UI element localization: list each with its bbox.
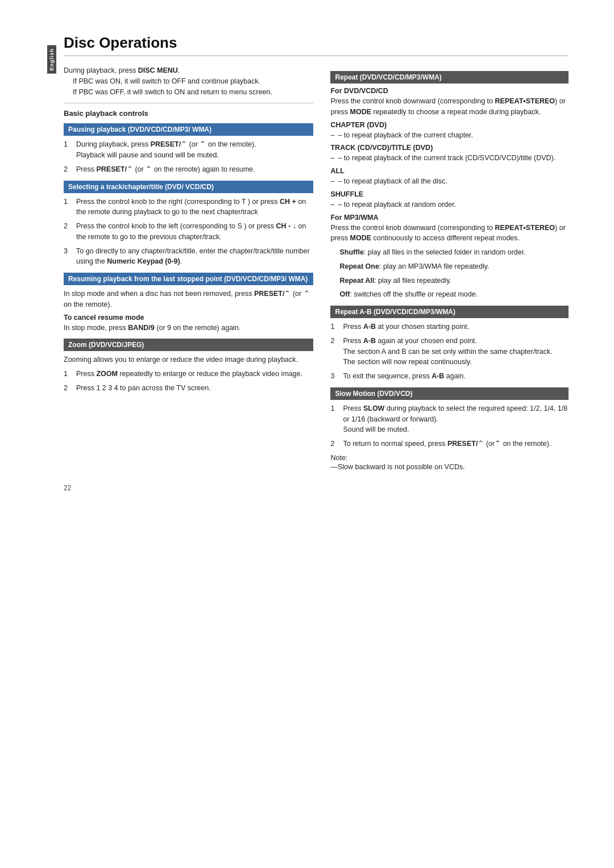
page-number: 22: [64, 484, 569, 492]
slow-sym-2: ⌃: [478, 440, 484, 448]
select-num-2: 2: [64, 221, 73, 243]
slow-item-1: 1 Press SLOW during playback to select t…: [330, 403, 569, 435]
off-sub-desc: : switches off the shuffle or repeat mod…: [350, 290, 478, 298]
pause-content-1: During playback, press PRESET/⌃ (or ⌃ on…: [76, 139, 313, 161]
track-title: TRACK (CD/VCD)/TITLE (DVD): [330, 144, 569, 152]
shuffle-sub-bold: Shuffle: [339, 248, 363, 256]
pause-bold-1: PRESET/: [151, 140, 181, 148]
slow-item-2: 2 To return to normal speed, press PRESE…: [330, 439, 569, 449]
pause-text-2a: Press: [76, 165, 96, 173]
pause-bold-2: PRESET/: [96, 165, 127, 173]
off-sub-bold: Off: [339, 290, 350, 298]
pause-sym-2: ⌃: [127, 165, 133, 173]
ab-text-2c: The section A and B can be set only with…: [343, 348, 552, 356]
zoom-text-1b: repeatedly to enlarge or reduce the play…: [118, 370, 302, 378]
shuffle-sub-text: Shuffle: play all files in the selected …: [339, 247, 569, 258]
ab-text-3a: To exit the sequence, press: [343, 372, 432, 380]
select-content-3: To go directly to any chapter/track/titl…: [76, 246, 313, 268]
pause-sym-1: ⌃: [181, 140, 187, 148]
resuming-sym: ⌃: [284, 290, 291, 298]
slow-bold-2: PRESET/: [447, 440, 478, 448]
ab-num-1: 1: [330, 322, 339, 332]
all-dash: –: [330, 176, 334, 187]
for-mp3-bold2: MODE: [350, 234, 372, 242]
pause-text-2b: (or ⌃ on the remote) again to resume.: [133, 165, 255, 173]
repeat-one-sub-bold: Repeat One: [339, 262, 379, 270]
pausing-list: 1 During playback, press PRESET/⌃ (or ⌃ …: [64, 139, 313, 174]
repeat-dvd-header: Repeat (DVD/VCD/CD/MP3/WMA): [330, 71, 569, 84]
resuming-text-1: In stop mode and when a disc has not bee…: [64, 290, 254, 298]
cancel-resume-title: To cancel resume mode: [64, 314, 313, 322]
cancel-bold: BAND/9: [128, 324, 155, 332]
zoom-num-1: 1: [64, 369, 73, 379]
repeat-ab-list: 1 Press A-B at your chosen starting poin…: [330, 322, 569, 382]
page: English Disc Operations During playback,…: [0, 0, 614, 868]
repeat-all-sub-bold: Repeat All: [339, 277, 374, 285]
ab-text-1b: at your chosen starting point.: [376, 323, 469, 331]
note-title: Note:: [330, 454, 569, 462]
page-title: Disc Operations: [64, 34, 569, 56]
repeat-one-sub-text: Repeat One: play an MP3/WMA file repeate…: [339, 261, 569, 272]
slow-text-1a: Press: [343, 404, 363, 412]
select-item-2: 2 Press the control knob to the left (co…: [64, 221, 313, 243]
divider-1: [64, 103, 313, 103]
resuming-body: In stop mode and when a disc has not bee…: [64, 289, 313, 310]
right-column: Repeat (DVD/VCD/CD/MP3/WMA) For DVD/VCD/…: [330, 65, 569, 473]
ab-content-3: To exit the sequence, press A-B again.: [343, 371, 569, 382]
repeat-ab-header: Repeat A-B (DVD/VCD/CD/MP3/WMA): [330, 306, 569, 318]
pause-text-1b: (or ⌃ on the remote).: [187, 140, 256, 148]
two-col-layout: During playback, press DISC MENU. If PBC…: [64, 65, 569, 473]
pbc-off-text: If PBC was OFF, it will switch to ON and…: [73, 88, 272, 96]
slow-text-2b: (or⌃ on the remote).: [484, 440, 551, 448]
select-bold-1: CH +: [280, 198, 296, 206]
track-dash: –: [330, 153, 334, 164]
note-section: Note: —Slow backward is not possible on …: [330, 454, 569, 473]
sidebar: English: [45, 34, 58, 834]
disc-menu-text2: .: [178, 66, 180, 74]
ab-content-2: Press A-B again at your chosen end point…: [343, 336, 569, 368]
ab-num-2: 2: [330, 336, 339, 368]
slow-text-1c: Sound will be muted.: [343, 425, 409, 433]
slow-num-2: 2: [330, 439, 339, 449]
all-body: – to repeat playback of all the disc.: [338, 176, 447, 187]
shuffle-dash: –: [330, 199, 334, 210]
select-text-2a: Press the control knob to the left (corr…: [76, 222, 276, 230]
off-sub-text: Off: switches off the shuffle or repeat …: [339, 289, 569, 300]
for-mp3-bold1: REPEAT•STEREO: [495, 224, 555, 232]
pause-num-1: 1: [64, 139, 73, 161]
ab-text-2a: Press: [343, 337, 363, 345]
zoom-content-2: Press 1 2 3 4 to pan across the TV scree…: [76, 383, 313, 394]
zoom-num-2: 2: [64, 383, 73, 394]
slow-content-2: To return to normal speed, press PRESET/…: [343, 439, 569, 449]
chapter-text: – – to repeat playback of the current ch…: [330, 130, 569, 141]
for-mp3-text1: Press the control knob downward (corresp…: [330, 224, 495, 232]
for-dvd-bold1: REPEAT•STEREO: [495, 97, 555, 105]
zoom-bold-1: ZOOM: [96, 370, 118, 378]
select-num-1: 1: [64, 197, 73, 218]
ab-bold-3: A-B: [432, 372, 444, 380]
pause-item-2: 2 Press PRESET/⌃ (or ⌃ on the remote) ag…: [64, 164, 313, 175]
ab-content-1: Press A-B at your chosen starting point.: [343, 322, 569, 332]
zoom-text-1a: Press: [76, 370, 96, 378]
for-dvd-bold2: MODE: [350, 108, 372, 116]
for-dvd-title: For DVD/VCD/CD: [330, 87, 569, 95]
zoom-item-2: 2 Press 1 2 3 4 to pan across the TV scr…: [64, 383, 313, 394]
zoom-item-1: 1 Press ZOOM repeatedly to enlarge or re…: [64, 369, 313, 379]
repeat-one-sub-desc: : play an MP3/WMA file repeatedly.: [379, 262, 489, 270]
slow-motion-list: 1 Press SLOW during playback to select t…: [330, 403, 569, 449]
pause-item-1: 1 During playback, press PRESET/⌃ (or ⌃ …: [64, 139, 313, 161]
ab-num-3: 3: [330, 371, 339, 382]
ab-item-3: 3 To exit the sequence, press A-B again.: [330, 371, 569, 382]
pause-text-1a: During playback, press: [76, 140, 151, 148]
ab-text-2b: again at your chosen end point.: [376, 337, 477, 345]
resuming-header: Resuming playback from the last stopped …: [64, 273, 313, 285]
select-item-3: 3 To go directly to any chapter/track/ti…: [64, 246, 313, 268]
for-mp3-title: For MP3/WMA: [330, 214, 569, 222]
cancel-resume-body: In stop mode, press BAND/9 (or 9 on the …: [64, 323, 313, 333]
disc-menu-bold: DISC MENU: [138, 66, 178, 74]
selecting-header: Selecting a track/chapter/title (DVD/ VC…: [64, 181, 313, 193]
shuffle-text: – – to repeat playback at random order.: [330, 199, 569, 210]
chapter-title: CHAPTER (DVD): [330, 121, 569, 129]
repeat-all-sub-text: Repeat All: play all files repeatedly.: [339, 276, 569, 286]
basic-controls-title: Basic playback controls: [64, 109, 313, 118]
